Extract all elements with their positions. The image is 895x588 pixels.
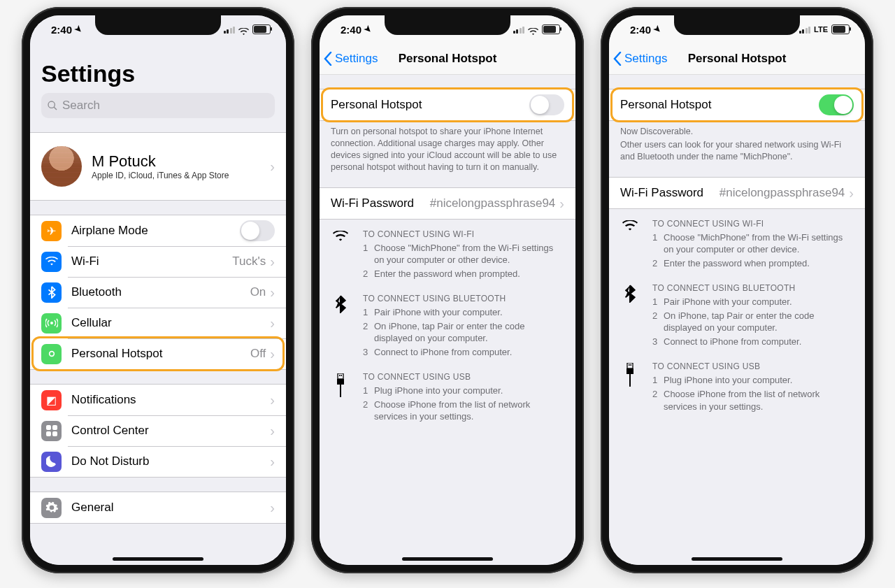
back-label: Settings: [624, 52, 667, 66]
location-icon: ➤: [73, 24, 85, 36]
svg-rect-8: [339, 375, 341, 376]
control-center-row[interactable]: Control Center ›: [30, 415, 286, 446]
svg-rect-15: [626, 368, 633, 374]
instructions-bluetooth: TO CONNECT USING BLUETOOTH 1Pair iPhone …: [609, 273, 865, 352]
battery-icon: [542, 24, 560, 34]
back-label: Settings: [335, 52, 378, 66]
row-label: Personal Hotspot: [620, 98, 819, 112]
svg-rect-11: [340, 385, 341, 397]
phone-frame-3: 2:40 ➤ LTE Settings Personal Hotspot Per…: [601, 7, 873, 573]
svg-rect-16: [629, 374, 631, 387]
svg-rect-7: [338, 373, 343, 379]
airplane-mode-row[interactable]: ✈︎ Airplane Mode: [30, 215, 286, 246]
svg-rect-9: [341, 375, 343, 376]
chevron-right-icon: ›: [270, 454, 275, 468]
instructions-usb: TO CONNECT USING USB 1Plug iPhone into y…: [320, 362, 575, 427]
hotspot-toggle-row[interactable]: Personal Hotspot: [609, 89, 865, 120]
wifi-password-row[interactable]: Wi-Fi Password #nicelongpassphrase94 ›: [609, 178, 865, 208]
chevron-right-icon: ›: [559, 196, 564, 210]
hotspot-toggle[interactable]: [819, 94, 854, 115]
svg-rect-3: [46, 425, 51, 430]
bluetooth-icon: [331, 294, 350, 359]
instructions-wifi: TO CONNECT USING WI-FI 1Choose "MichPhon…: [320, 220, 575, 285]
row-label: Control Center: [71, 424, 270, 438]
nav-title: Personal Hotspot: [688, 52, 787, 66]
row-label: Cellular: [71, 316, 270, 330]
row-label: Bluetooth: [71, 285, 250, 299]
chevron-left-icon: [324, 52, 332, 66]
bluetooth-icon: [620, 283, 640, 349]
row-label: Do Not Disturb: [71, 454, 270, 468]
airplane-toggle[interactable]: [240, 220, 275, 241]
row-label: Wi-Fi Password: [620, 186, 719, 200]
apple-id-row[interactable]: M Potuck Apple ID, iCloud, iTunes & App …: [30, 133, 286, 200]
back-button[interactable]: Settings: [324, 43, 378, 74]
avatar: [41, 146, 82, 187]
chevron-right-icon: ›: [270, 254, 275, 268]
profile-name: M Potuck: [92, 152, 270, 171]
hotspot-toggle[interactable]: [529, 94, 564, 115]
home-indicator[interactable]: [113, 557, 203, 561]
general-row[interactable]: General ›: [30, 492, 286, 523]
row-label: Wi-Fi Password: [331, 196, 430, 210]
notch: [674, 15, 800, 35]
location-icon: ➤: [362, 24, 374, 36]
notifications-row[interactable]: ◩ Notifications ›: [30, 385, 286, 415]
svg-rect-13: [629, 364, 630, 366]
back-button[interactable]: Settings: [613, 43, 667, 74]
svg-rect-10: [337, 379, 344, 385]
profile-sub: Apple ID, iCloud, iTunes & App Store: [92, 171, 270, 180]
instructions-wifi: TO CONNECT USING WI-FI 1Choose "MichPhon…: [609, 209, 865, 274]
home-indicator[interactable]: [402, 557, 493, 561]
status-time: 2:40: [630, 24, 651, 36]
row-value: On: [250, 285, 266, 299]
signal-icon: [799, 26, 811, 34]
row-value: Off: [250, 347, 266, 361]
svg-point-0: [48, 101, 55, 108]
help-text-1: Now Discoverable.: [609, 121, 865, 138]
cellular-icon: [41, 313, 62, 334]
notch: [385, 15, 510, 35]
svg-point-2: [50, 322, 53, 324]
nav-bar: Settings Personal Hotspot: [609, 43, 865, 75]
svg-rect-5: [46, 431, 51, 436]
search-input[interactable]: Search: [41, 93, 275, 118]
chevron-left-icon: [613, 52, 622, 66]
wifi-icon: [238, 26, 249, 34]
wifi-icon: [331, 229, 350, 282]
search-placeholder: Search: [62, 99, 100, 113]
svg-rect-12: [627, 363, 633, 368]
row-label: Airplane Mode: [71, 224, 240, 238]
wifi-icon: [528, 26, 538, 34]
home-indicator[interactable]: [692, 557, 782, 561]
help-text: Turn on personal hotspot to share your i…: [320, 121, 575, 173]
bluetooth-row[interactable]: Bluetooth On ›: [30, 277, 286, 308]
chevron-right-icon: ›: [270, 316, 275, 330]
svg-line-1: [54, 107, 57, 110]
nav-bar: Settings Personal Hotspot: [320, 43, 575, 75]
control-center-icon: [41, 421, 62, 441]
row-value: #nicelongpassphrase94: [719, 186, 845, 200]
chevron-right-icon: ›: [270, 159, 275, 173]
chevron-right-icon: ›: [270, 501, 275, 515]
cellular-row[interactable]: Cellular ›: [30, 308, 286, 338]
svg-rect-4: [52, 425, 57, 430]
wifi-icon: [620, 219, 640, 271]
instructions-bluetooth: TO CONNECT USING BLUETOOTH 1Pair iPhone …: [320, 284, 575, 362]
bluetooth-icon: [41, 282, 62, 303]
dnd-row[interactable]: Do Not Disturb ›: [30, 446, 286, 477]
location-icon: ➤: [652, 24, 664, 36]
wifi-row[interactable]: Wi-Fi Tuck's ›: [30, 246, 286, 277]
moon-icon: [41, 452, 62, 472]
row-value: #nicelongpassphrase94: [430, 196, 556, 210]
airplane-icon: ✈︎: [41, 221, 62, 241]
lte-label: LTE: [814, 25, 828, 34]
personal-hotspot-row[interactable]: Personal Hotspot Off ›: [30, 338, 286, 369]
row-value: Tuck's: [232, 254, 266, 268]
row-label: Personal Hotspot: [331, 98, 529, 112]
hotspot-toggle-row[interactable]: Personal Hotspot: [320, 89, 575, 120]
wifi-password-row[interactable]: Wi-Fi Password #nicelongpassphrase94 ›: [320, 188, 575, 219]
status-time: 2:40: [51, 24, 72, 36]
row-label: General: [71, 501, 270, 515]
status-time: 2:40: [341, 24, 361, 36]
